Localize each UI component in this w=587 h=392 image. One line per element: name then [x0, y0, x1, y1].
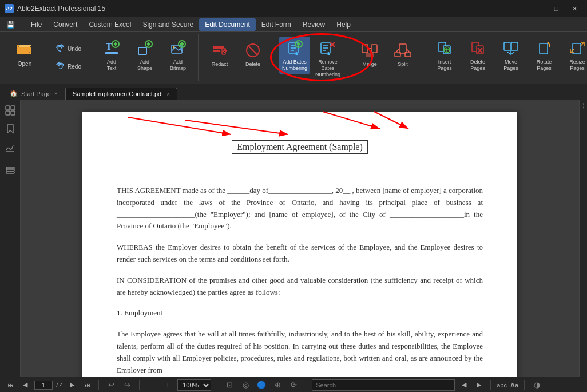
separator-2 [139, 380, 140, 390]
document-title: Employment Agreement (Sample) [232, 140, 368, 154]
close-start-tab-button[interactable]: × [54, 90, 58, 97]
tab-contract[interactable]: SampleEmploymentContract.pdf × [65, 88, 177, 100]
main-area: Employment Agreement (Sample) THIS AGREE… [0, 100, 587, 377]
ribbon-group-pages: InsertPages DeletePages [425, 34, 587, 81]
menu-help[interactable]: Help [331, 18, 356, 31]
undo-label: Undo [68, 46, 81, 52]
remove-bates-button[interactable]: 1 Remove BatesNumbering [312, 37, 343, 80]
svg-text:T: T [106, 42, 112, 52]
add-shape-label: AddShape [137, 59, 152, 72]
insert-pages-button[interactable]: InsertPages [429, 37, 460, 74]
last-page-button[interactable]: ⏭ [81, 379, 93, 391]
menu-file[interactable]: File [25, 18, 47, 31]
search-input[interactable] [312, 379, 455, 391]
svg-line-75 [185, 120, 288, 134]
separator-5 [490, 380, 491, 390]
merge-label: Merge [362, 61, 377, 67]
redo-button[interactable]: Redo [51, 58, 85, 75]
remove-bates-label: Remove BatesNumbering [314, 59, 342, 77]
ribbon-group-add-content: T AddText [92, 34, 199, 81]
undo-icon [55, 43, 65, 53]
split-button[interactable]: Split [387, 37, 418, 71]
view-mode-3-icon[interactable]: 🔵 [255, 379, 268, 391]
document-tabbar: 🏠 Start Page × SampleEmploymentContract.… [0, 84, 587, 100]
ribbon: Open Undo Redo [0, 32, 587, 84]
svg-rect-57 [540, 43, 548, 54]
menu-edit-form[interactable]: Edit Form [256, 18, 297, 31]
view-mode-2-icon[interactable]: ◎ [239, 379, 252, 391]
forward-icon[interactable]: ↪ [121, 379, 133, 391]
open-label: Open [18, 61, 31, 67]
rotate-pages-button[interactable]: RotatePages [529, 37, 560, 74]
add-bitmap-button[interactable]: AddBitmap [162, 37, 193, 74]
search-next-button[interactable]: ▶ [473, 379, 485, 391]
ribbon-group-edit: Redact Delete [200, 34, 273, 81]
tab-start-page[interactable]: 🏠 Start Page × [2, 87, 65, 100]
view-mode-1-icon[interactable]: ⊡ [223, 379, 236, 391]
contrast-icon[interactable]: ◑ [530, 379, 543, 391]
ribbon-group-history: Undo Redo [46, 34, 90, 81]
menu-review[interactable]: Review [297, 18, 331, 31]
maximize-button[interactable]: □ [548, 3, 564, 14]
minimize-button[interactable]: ─ [530, 3, 546, 14]
delete-pages-button[interactable]: DeletePages [462, 37, 493, 74]
delete-button[interactable]: Delete [237, 37, 268, 71]
panel-signatures-icon[interactable] [2, 139, 18, 155]
view-fit-icon[interactable]: ⊕ [271, 379, 284, 391]
open-button[interactable]: Open [9, 37, 40, 71]
add-bates-button[interactable]: 1 Add BatesNumbering [279, 37, 310, 74]
zoom-in-icon[interactable]: + [161, 379, 174, 391]
merge-button[interactable]: Merge [354, 37, 385, 71]
resize-pages-icon [568, 39, 586, 57]
merge-icon [360, 41, 379, 60]
menu-custom-excel[interactable]: Custom Excel [83, 18, 137, 31]
text-mode-label: abc [497, 382, 507, 389]
add-text-label: AddText [107, 59, 117, 72]
zoom-select[interactable]: 50% 75% 100% 125% 150% 200% [177, 379, 211, 391]
zoom-out-icon[interactable]: − [145, 379, 158, 391]
close-button[interactable]: ✕ [566, 3, 582, 14]
ribbon-content: Open Undo Redo [0, 32, 587, 84]
ribbon-group-bates: 1 Add BatesNumbering [275, 34, 348, 81]
rotate-pages-label: RotatePages [537, 59, 552, 72]
menu-convert[interactable]: Convert [47, 18, 83, 31]
panel-thumbnails-icon[interactable] [2, 102, 18, 118]
first-page-button[interactable]: ⏮ [5, 379, 16, 391]
insert-pages-icon [435, 39, 454, 57]
qa-save-icon[interactable]: 💾 [2, 17, 18, 33]
add-shape-button[interactable]: AddShape [129, 37, 160, 74]
svg-rect-65 [6, 106, 10, 110]
right-panel-handle[interactable]: ⟩ [579, 100, 587, 377]
menu-edit-document[interactable]: Edit Document [199, 18, 256, 31]
menu-sign-secure[interactable]: Sign and Secure [137, 18, 199, 31]
close-contract-tab-button[interactable]: × [166, 91, 170, 97]
tab-start-label: Start Page [21, 90, 51, 97]
doc-paragraph-2: WHEREAS the Employer desires to obtain t… [117, 241, 483, 266]
tab-contract-label: SampleEmploymentContract.pdf [73, 90, 163, 97]
document-area[interactable]: Employment Agreement (Sample) THIS AGREE… [21, 100, 579, 377]
svg-rect-40 [366, 53, 374, 57]
svg-rect-9 [138, 47, 146, 54]
svg-rect-54 [504, 42, 510, 50]
search-prev-button[interactable]: ◀ [458, 379, 470, 391]
redact-label: Redact [212, 61, 228, 67]
move-pages-button[interactable]: MovePages [495, 37, 526, 74]
redact-button[interactable]: Redact [204, 37, 235, 71]
prev-page-button[interactable]: ◀ [19, 379, 31, 391]
rotate-pages-icon [535, 39, 553, 57]
view-rotate-icon[interactable]: ⟳ [287, 379, 300, 391]
redact-icon [211, 41, 229, 60]
rewind-icon[interactable]: ↩ [105, 379, 117, 391]
case-sensitive-label: Aa [510, 382, 518, 389]
next-page-button[interactable]: ▶ [66, 379, 78, 391]
page-number-input[interactable] [34, 381, 53, 390]
doc-paragraph-1: THIS AGREEMENT made as of the ______day … [117, 185, 483, 232]
remove-bates-icon: 1 [319, 39, 337, 57]
undo-button[interactable]: Undo [51, 41, 85, 57]
panel-layers-icon[interactable] [2, 162, 18, 178]
doc-paragraph-3: IN CONSIDERATION of the promises and oth… [117, 275, 483, 299]
panel-bookmarks-icon[interactable] [2, 121, 18, 137]
add-text-button[interactable]: T AddText [96, 37, 127, 74]
add-bitmap-label: AddBitmap [170, 59, 186, 72]
resize-pages-button[interactable]: ResizePages [562, 37, 587, 74]
